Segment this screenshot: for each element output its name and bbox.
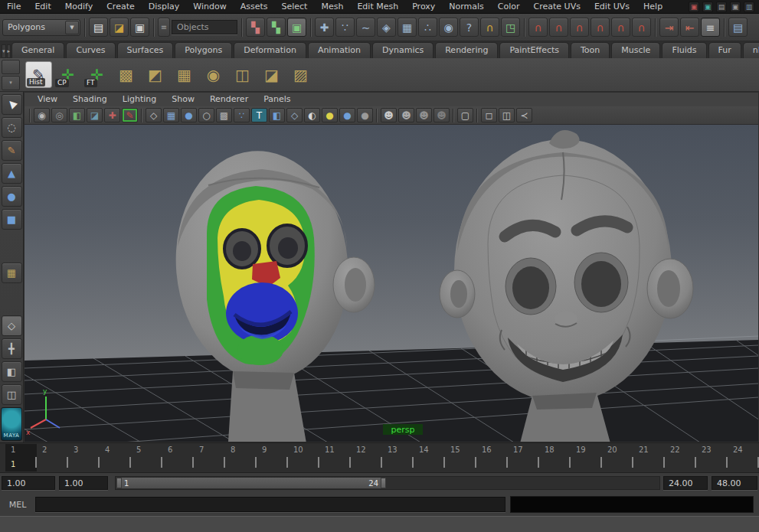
bookmark-icon[interactable]: ◧ [69,108,85,122]
menu-select[interactable]: Select [274,0,314,14]
timeline-frame-17[interactable]: 17 [508,444,539,472]
menu-assets[interactable]: Assets [234,0,275,14]
playback-end-field[interactable]: 24.00 [663,476,708,490]
timeline-frame-16[interactable]: 16 [476,444,508,472]
shelf-tab-painteffects[interactable]: PaintEffects [499,42,569,58]
range-start-handle[interactable] [116,478,122,488]
outliner-persp-layout-button[interactable]: ◧ [2,361,22,382]
head-display-4-icon[interactable]: ☻ [433,108,450,122]
snap-grid-icon[interactable]: ∩ [528,18,548,37]
menu-edit-uvs[interactable]: Edit UVs [587,0,636,14]
mask-handles-icon[interactable]: ✚ [315,18,334,37]
wireframe-icon[interactable]: ◇ [146,108,162,122]
pan-zoom-icon[interactable]: ✚ [104,108,120,122]
menu-help[interactable]: Help [636,0,669,14]
timeline-frame-5[interactable]: 5 [131,444,162,472]
duplicate-object-icon[interactable]: ◫ [499,108,515,122]
mask-surfaces-icon[interactable]: ◈ [377,18,396,37]
shelf-tab-rendering[interactable]: Rendering [435,42,498,58]
new-scene-icon[interactable]: ▤ [89,18,108,37]
highlight-selection-icon[interactable]: ◳ [501,18,520,37]
range-slider-active-bar[interactable]: 1 24 [116,478,386,488]
snap-projected-center-icon[interactable]: ∩ [591,18,610,37]
selection-mode-dropdown[interactable]: Polygons▼ [2,19,80,36]
panel-menu-show[interactable]: Show [165,93,201,106]
menu-window[interactable]: Window [186,0,233,14]
panel-menu-shading[interactable]: Shading [66,93,114,106]
shelf-tab-surfaces[interactable]: Surfaces [117,42,174,58]
menu-mesh[interactable]: Mesh [314,0,350,14]
shelf-tab-toon[interactable]: Toon [571,42,610,58]
range-end-handle[interactable] [381,478,386,488]
menu-proxy[interactable]: Proxy [405,0,442,14]
objects-filter-field[interactable]: Objects [172,20,237,34]
menu-edit[interactable]: Edit [28,0,57,14]
timeline-frame-4[interactable]: 4 [100,444,131,472]
camera-attributes-icon[interactable]: ◎ [51,108,67,122]
cp-shelf-button[interactable]: ✛CP [54,61,81,88]
last-tool-icon[interactable]: ▦ [2,263,22,283]
shelf-tab-nhair[interactable]: nHair [743,42,759,58]
input-connections-icon[interactable]: ⇥ [659,18,679,37]
timeline-frame-15[interactable]: 15 [445,444,476,472]
quad-draw-icon[interactable]: ◪ [258,61,285,88]
animation-start-field[interactable]: 1.00 [2,476,55,490]
timeline-frame-14[interactable]: 14 [414,444,445,472]
head-display-3-icon[interactable]: ☻ [416,108,432,122]
viewport-select-icon[interactable]: ▢ [457,108,473,122]
shelf-scroll-up-button[interactable] [2,60,20,74]
append-polygon-icon[interactable]: ▨ [287,61,314,88]
timeline-frame-19[interactable]: 19 [571,444,602,472]
head-display-1-icon[interactable]: ☻ [381,108,397,122]
menu-edit-mesh[interactable]: Edit Mesh [350,0,405,14]
select-object-icon[interactable]: ▚ [267,18,286,37]
playback-start-field[interactable]: 1.00 [59,476,108,490]
select-camera-icon[interactable]: ◉ [34,108,50,122]
snap-curve-icon[interactable]: ∩ [549,18,568,37]
timeline-frame-7[interactable]: 7 [194,444,225,472]
mask-dynamics-icon[interactable]: ∴ [418,18,437,37]
delete-component-icon[interactable]: ▦ [171,61,198,88]
shaded-cube-icon[interactable]: ◧ [269,108,285,122]
timeline-frame-6[interactable]: 6 [162,444,194,472]
image-plane-icon[interactable]: ◪ [87,108,103,122]
select-hierarchy-icon[interactable]: ▚ [246,18,265,37]
light-blue-icon[interactable]: ● [339,108,355,122]
checker-sphere-icon[interactable]: ◐ [304,108,320,122]
mel-command-input[interactable] [35,497,505,512]
shelf-tab-animation[interactable]: Animation [308,42,371,58]
textured-icon[interactable]: T [251,108,267,122]
open-scene-icon[interactable]: ◪ [110,18,129,37]
lock-selection-icon[interactable]: ∩ [480,18,499,37]
shelf-scroll-down-button[interactable]: ▾ [2,76,20,90]
ft-shelf-button[interactable]: ✛FT [83,61,110,88]
mask-rendering-icon[interactable]: ◉ [439,18,458,37]
shelf-tab-polygons[interactable]: Polygons [175,42,232,58]
history-shelf-button[interactable]: ✎Hist [25,61,52,88]
menu-create-uvs[interactable]: Create UVs [527,0,587,14]
render-view-icon[interactable]: ▤ [728,18,748,37]
select-component-icon[interactable]: ▣ [287,18,306,37]
snap-point-icon[interactable]: ∩ [570,18,589,37]
timeline-frame-9[interactable]: 9 [257,444,288,472]
menu-normals[interactable]: Normals [442,0,491,14]
make-live-icon[interactable]: ∩ [632,18,651,37]
grease-pencil-icon[interactable]: ✎ [122,108,138,122]
scale-tool-icon[interactable]: ■ [2,209,22,230]
smooth-shade-icon[interactable]: ● [181,108,197,122]
flat-shade-icon[interactable]: ○ [198,108,214,122]
menubar-extra-page-icon[interactable]: ▤ [716,2,727,12]
shelf-tab-general[interactable]: General [11,42,64,58]
timeline-frame-20[interactable]: 20 [602,444,633,472]
collapse-menu-icon[interactable]: ≡ [158,18,170,37]
snap-view-plane-icon[interactable]: ∩ [611,18,630,37]
3d-viewport[interactable]: y x persp [25,125,758,442]
timeline-frame-13[interactable]: 13 [382,444,414,472]
mask-deformations-icon[interactable]: ▦ [397,18,417,37]
save-scene-icon[interactable]: ▣ [130,18,149,37]
menu-display[interactable]: Display [142,0,187,14]
menu-color[interactable]: Color [491,0,527,14]
share-node-icon[interactable]: ≺ [516,108,532,122]
shelf-tab-menu-button[interactable]: ▾ [2,44,6,58]
timeline-frame-21[interactable]: 21 [633,444,665,472]
